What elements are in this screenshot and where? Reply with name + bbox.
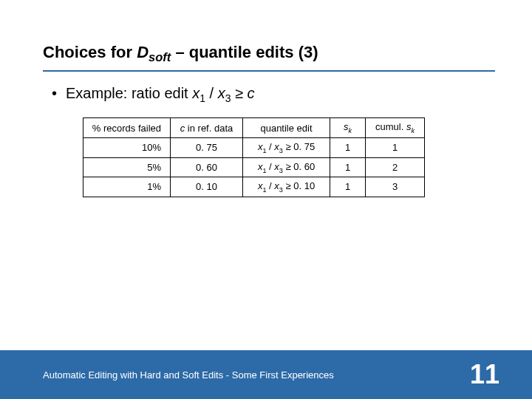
cell-quantile: x1 / x3 ≥ 0. 75 xyxy=(243,137,330,157)
bullet-text: Example: ratio edit x1 / x3 ≥ c xyxy=(66,85,255,104)
cell-quantile: x1 / x3 ≥ 0. 60 xyxy=(243,157,330,177)
title-divider xyxy=(43,70,495,72)
quantile-table: % records failed c in ref. data quantile… xyxy=(83,117,425,197)
th-cumul-k: k xyxy=(411,127,415,134)
th-cumul-pre: cumul. xyxy=(375,121,406,132)
title-post: – quantile edits (3) xyxy=(171,43,318,61)
cell-cumul: 1 xyxy=(366,137,425,157)
bullet-s1: 1 xyxy=(200,92,205,104)
title-D: D xyxy=(137,43,149,61)
cell-sk: 1 xyxy=(330,137,366,157)
slide: Choices for Dsoft – quantile edits (3) •… xyxy=(0,0,532,399)
bullet-pre: Example: ratio edit xyxy=(66,85,192,101)
cell-pct: 1% xyxy=(83,177,171,197)
footer-bar: Automatic Editing with Hard and Soft Edi… xyxy=(0,350,532,399)
cell-c: 0. 60 xyxy=(171,157,243,177)
cell-cumul: 2 xyxy=(366,157,425,177)
table-body: 10%0. 75x1 / x3 ≥ 0. 75115%0. 60x1 / x3 … xyxy=(83,137,425,197)
table-row: 1%0. 10x1 / x3 ≥ 0. 1013 xyxy=(83,177,425,197)
footer-text: Automatic Editing with Hard and Soft Edi… xyxy=(43,369,470,381)
bullet-item: • Example: ratio edit x1 / x3 ≥ c xyxy=(43,85,495,104)
cell-c: 0. 75 xyxy=(171,137,243,157)
cell-sk: 1 xyxy=(330,157,366,177)
title-pre: Choices for xyxy=(43,43,137,61)
title-sub: soft xyxy=(149,50,171,64)
th-c: c in ref. data xyxy=(171,118,243,138)
page-number: 11 xyxy=(470,359,499,390)
cell-sk: 1 xyxy=(330,177,366,197)
cell-c: 0. 10 xyxy=(171,177,243,197)
slide-title: Choices for Dsoft – quantile edits (3) xyxy=(43,43,495,64)
table-row: 5%0. 60x1 / x3 ≥ 0. 6012 xyxy=(83,157,425,177)
bullet-c: c xyxy=(248,85,255,101)
bullet-x3: x xyxy=(218,85,225,101)
bullet-rel: ≥ xyxy=(231,85,247,101)
th-cumul: cumul. sk xyxy=(366,118,425,138)
bullet-x1: x xyxy=(192,85,200,101)
th-c-rest: in ref. data xyxy=(185,123,233,134)
bullet-dot-icon: • xyxy=(52,85,57,102)
cell-pct: 5% xyxy=(83,157,171,177)
bullet-sep: / xyxy=(205,85,218,101)
th-sk-k: k xyxy=(348,127,352,134)
th-pct: % records failed xyxy=(83,118,171,138)
table-header-row: % records failed c in ref. data quantile… xyxy=(83,118,425,138)
th-quantile: quantile edit xyxy=(243,118,330,138)
th-sk: sk xyxy=(330,118,366,138)
cell-pct: 10% xyxy=(83,137,171,157)
cell-cumul: 3 xyxy=(366,177,425,197)
table-wrap: % records failed c in ref. data quantile… xyxy=(43,117,495,197)
cell-quantile: x1 / x3 ≥ 0. 10 xyxy=(243,177,330,197)
table-row: 10%0. 75x1 / x3 ≥ 0. 7511 xyxy=(83,137,425,157)
